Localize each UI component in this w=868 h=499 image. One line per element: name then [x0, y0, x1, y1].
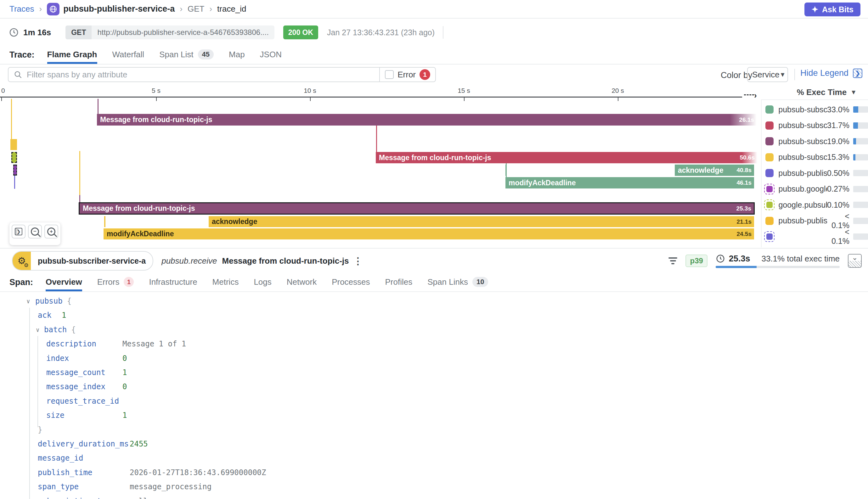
breadcrumb-service[interactable]: pubsub-publisher-service-a [63, 4, 175, 14]
attribute-key[interactable]: size [46, 411, 64, 420]
filter-lines-icon[interactable] [668, 257, 677, 264]
trace-duration: 1m 16s [23, 28, 51, 37]
attribute-key[interactable]: message_count [46, 368, 106, 377]
breadcrumb-traces-link[interactable]: Traces [10, 4, 34, 14]
brace: { [67, 297, 71, 305]
legend-item[interactable]: pubsub-subscri...15.3% [762, 149, 868, 165]
flame-span-bar[interactable]: acknowledge21.1s [209, 216, 754, 227]
span-tab-logs[interactable]: Logs [254, 273, 271, 291]
flame-span-bar[interactable]: modifyAckDeadline46.1s [505, 177, 754, 188]
legend-item[interactable]: pubsub-publish...0.50% [762, 165, 868, 181]
legend-item[interactable]: pubsub-subscri...33.0% [762, 102, 868, 117]
chevron-down-icon[interactable]: ∨ [36, 323, 39, 337]
tab-map[interactable]: Map [229, 46, 245, 64]
request-box[interactable]: GET http://pubsub-publisher-service-a-54… [65, 25, 275, 39]
span-tab-infrastructure[interactable]: Infrastructure [149, 273, 197, 291]
attribute-row-size: size1 [0, 409, 868, 423]
legend-item[interactable]: pubsub-publis...< 0.1% [762, 213, 868, 229]
span-tab-errors[interactable]: Errors1 [97, 273, 134, 291]
span-bar-duration: 46.1s [736, 179, 751, 186]
percentile-badge[interactable]: p39 [686, 255, 707, 267]
flame-span-bar[interactable]: Message from cloud-run-topic-js50.6s [376, 152, 757, 163]
axis-tick [156, 97, 157, 101]
span-tab-profiles[interactable]: Profiles [385, 273, 413, 291]
legend-mini-bar [853, 170, 868, 176]
legend-service-name: pubsub-subscri... [778, 105, 827, 114]
flame-span-bar[interactable]: acknowledge40.8s [675, 165, 754, 176]
kebab-menu-icon[interactable]: ⋮ [353, 255, 363, 267]
legend-color-chip [764, 199, 774, 210]
span-tab-metrics[interactable]: Metrics [213, 273, 239, 291]
attribute-key[interactable]: ack [38, 311, 51, 320]
flame-graph[interactable]: › % Exec Time ▼ Message from cloud-run-t… [0, 85, 868, 248]
tab-badge: 10 [472, 277, 488, 287]
attribute-key[interactable]: publish_time [38, 468, 92, 477]
attribute-key[interactable]: span_type [38, 482, 79, 491]
breadcrumb-method[interactable]: GET [188, 4, 204, 14]
flame-span-bar[interactable] [505, 165, 675, 176]
flame-span-bar[interactable] [104, 216, 209, 227]
tab-flame-graph[interactable]: Flame Graph [47, 46, 97, 64]
legend-item[interactable]: pubsub-subscri...31.7% [762, 118, 868, 133]
attribute-key[interactable]: description [46, 340, 96, 348]
collapse-panel-button[interactable]: ⌄ [848, 254, 862, 268]
flame-span-bar[interactable]: Message from cloud-run-topic-js26.1s [97, 114, 757, 125]
legend-item[interactable]: pubsub-subscri...19.0% [762, 133, 868, 149]
axis-tick-label: 10 s [304, 87, 316, 94]
attribute-key[interactable]: request_trace_id [46, 397, 119, 405]
collapse-minimap-button[interactable]: ❯ [12, 224, 25, 239]
flame-span-bar[interactable] [13, 165, 17, 175]
flame-span-bar[interactable] [11, 152, 17, 163]
tab-label: Overview [46, 277, 82, 287]
attribute-key[interactable]: delivery_duration_ms [38, 439, 129, 448]
tab-json[interactable]: JSON [260, 46, 282, 64]
span-tabs-label: Span: [10, 273, 33, 291]
globe-icon [47, 3, 60, 15]
legend-item[interactable]: google.pubsub....0.10% [762, 197, 868, 213]
span-duration-block: 25.3s 33.1% total exec time [716, 254, 840, 268]
attribute-key[interactable]: index [46, 354, 69, 363]
color-by-value: Service [752, 70, 780, 80]
legend-item[interactable]: < 0.1% [762, 229, 868, 244]
span-tab-network[interactable]: Network [287, 273, 317, 291]
ask-bits-button[interactable]: ✦ Ask Bits [805, 2, 860, 16]
attribute-row-pubsub[interactable]: ∨pubsub{ [0, 294, 868, 308]
error-count-badge: 1 [420, 69, 430, 80]
span-filter-input[interactable]: Filter spans by any attribute Error 1 [8, 67, 436, 82]
zoom-in-icon: + [47, 228, 56, 236]
hide-legend-link[interactable]: Hide Legend ❯ [800, 68, 862, 78]
zoom-out-button[interactable]: − [28, 224, 42, 239]
span-tab-processes[interactable]: Processes [332, 273, 370, 291]
legend-item[interactable]: pubsub.google...0.27% [762, 181, 868, 197]
axis-tick-label: 0 [1, 87, 5, 94]
breadcrumb-trace-id[interactable]: trace_id [217, 4, 246, 14]
flame-span-bar[interactable] [10, 139, 17, 150]
legend-mini-bar [853, 122, 868, 129]
tab-span-list[interactable]: Span List45 [159, 46, 214, 64]
attribute-key[interactable]: subscription_type [38, 497, 115, 499]
attribute-row-message_id: message_id [0, 451, 868, 465]
chevron-down-icon[interactable]: ∨ [26, 294, 30, 308]
axis-tick [310, 97, 311, 101]
attribute-key[interactable]: pubsub [35, 297, 63, 305]
zoom-in-button[interactable]: + [44, 224, 58, 239]
attribute-row-subscription_type: subscription_typepull [0, 494, 868, 499]
color-by-dropdown[interactable]: Service ▼ [747, 67, 788, 82]
flame-span-bar[interactable]: modifyAckDeadline24.5s [104, 228, 754, 240]
legend-mini-bar [853, 154, 868, 160]
axis-tick-label: 5 s [152, 87, 160, 94]
attribute-row-batch[interactable]: ∨batch{ [0, 323, 868, 337]
flame-span-bar[interactable]: Message from cloud-run-topic-js25.3s [79, 202, 755, 215]
exec-time-header[interactable]: % Exec Time ▼ [797, 87, 857, 97]
tab-waterfall[interactable]: Waterfall [112, 46, 144, 64]
span-service-pill[interactable]: ⚙⚙ pubsub-subscriber-service-a [12, 251, 153, 271]
span-bar-label: Message from cloud-run-topic-js [376, 154, 491, 162]
attribute-key[interactable]: batch [44, 325, 67, 334]
attribute-key[interactable]: message_id [38, 454, 83, 463]
span-tab-span-links[interactable]: Span Links10 [427, 273, 488, 291]
error-filter[interactable]: Error 1 [379, 68, 435, 82]
attribute-key[interactable]: message_index [46, 382, 106, 391]
error-checkbox[interactable] [385, 70, 394, 79]
span-tab-overview[interactable]: Overview [46, 273, 82, 291]
trace-tabs: Trace: Flame GraphWaterfallSpan List45Ma… [0, 46, 868, 64]
